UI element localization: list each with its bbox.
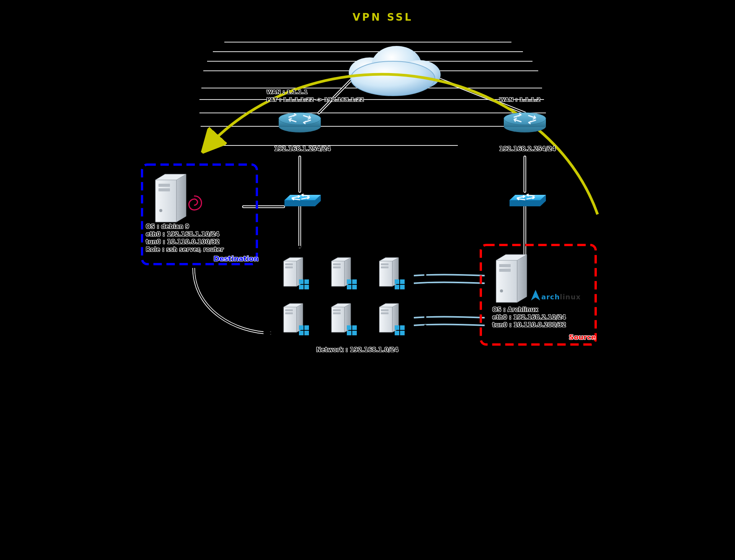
network-label: Network : 192.168.1.0/24: [316, 346, 399, 354]
router-right-wan: WAN : 1.1.1.2: [499, 96, 541, 103]
source-tun0: tun0 : 10.110.0.200/32: [492, 322, 566, 329]
network-diagram: VPN SSL WAN : 1.1.1.1 PAT : 1.1.1.1:22 -…: [129, 0, 606, 364]
route-arrow: [194, 268, 271, 333]
cloud-icon: [349, 46, 441, 96]
router-left-wan: WAN : 1.1.1.1: [266, 89, 308, 96]
switch-left-icon: [284, 194, 321, 206]
vpn-label: VPN SSL: [353, 11, 413, 23]
router-right-lan: 192.168.2.254/24: [499, 145, 556, 153]
destination-title: Destination: [214, 255, 259, 263]
source-title: Source: [569, 333, 596, 341]
destination-tun0: tun0 : 10.110.0.100/32: [146, 238, 220, 246]
source-eth0: eth0 : 192.168.2.10/24: [492, 314, 566, 321]
destination-role: Role : ssh server, router: [146, 246, 224, 253]
destination-server-icon: [155, 174, 186, 222]
router-left-icon: [279, 113, 321, 132]
switch-right-icon: [510, 194, 546, 206]
destination-eth0: eth0 : 192.168.1.10/24: [146, 231, 219, 238]
router-left-pat: PAT : 1.1.1.1:22 -> 192.168.1:22: [266, 96, 364, 103]
windows-hosts-icon: [284, 258, 405, 335]
source-server-icon: [496, 255, 527, 302]
destination-os: OS : debian 9: [146, 223, 189, 230]
archlinux-logo-icon: [531, 290, 540, 300]
source-os: OS : Archlinux: [492, 306, 538, 313]
debian-logo-icon: [189, 196, 201, 210]
router-right-icon: [504, 113, 546, 132]
archlinux-text: archarchlinuxlinux: [541, 293, 581, 301]
router-left-lan: 192.168.1.254/24: [274, 145, 331, 153]
